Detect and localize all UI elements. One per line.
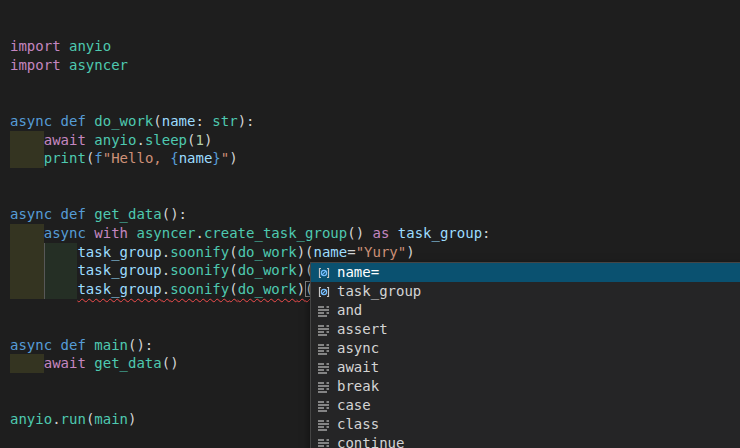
code-token: ( <box>229 281 237 297</box>
code-token: soonify <box>170 262 229 278</box>
indent-highlight <box>10 261 44 280</box>
code-token: name <box>162 113 196 129</box>
suggestion-continue[interactable]: continue <box>311 434 740 448</box>
line-content: async def do_work(name: str): <box>10 113 254 129</box>
code-line: import anyio <box>0 37 740 56</box>
suggestion-label: task_group <box>337 282 421 301</box>
code-token: do_work <box>238 262 297 278</box>
code-token: ( <box>229 262 237 278</box>
error-squiggle-text: task_group.soonify(do_work)() <box>77 281 322 297</box>
line-content: await anyio.sleep(1) <box>44 132 213 148</box>
code-token: run <box>61 411 86 427</box>
indent-highlight <box>44 243 78 262</box>
code-token: . <box>162 262 170 278</box>
suggestion-assert[interactable]: assert <box>311 320 740 339</box>
code-token: get_data <box>94 355 161 371</box>
symbol-keyword-icon <box>316 341 332 357</box>
indent-highlight <box>10 224 44 243</box>
code-line: async with asyncer.create_task_group() a… <box>0 224 740 243</box>
code-token: ) <box>297 281 305 297</box>
code-token: . <box>136 132 144 148</box>
code-token: . <box>162 244 170 260</box>
code-token: task_group <box>398 225 482 241</box>
code-token: " <box>221 150 229 166</box>
symbol-keyword-icon <box>316 322 332 338</box>
code-line: print(f"Hello, {name}") <box>0 149 740 168</box>
code-token: soonify <box>170 281 229 297</box>
code-token: import <box>10 57 69 73</box>
suggestion-case[interactable]: case <box>311 396 740 415</box>
indent-highlight <box>10 149 44 168</box>
code-token: (): <box>128 337 153 353</box>
symbol-keyword-icon <box>316 379 332 395</box>
code-token: ( <box>229 244 237 260</box>
code-token: create_task_group <box>204 225 347 241</box>
code-token: await <box>44 355 95 371</box>
code-token: { <box>170 150 178 166</box>
code-token: . <box>162 281 170 297</box>
code-token: sleep <box>145 132 187 148</box>
line-content: async with asyncer.create_task_group() a… <box>44 225 491 241</box>
code-token: main <box>94 337 128 353</box>
indent-highlight <box>10 243 44 262</box>
code-token: task_group <box>77 244 161 260</box>
line-content: task_group.soonify(do_work)(name="Yury") <box>77 244 414 260</box>
code-token: anyio <box>10 411 52 427</box>
suggestion-task_group[interactable]: task_group <box>311 282 740 301</box>
code-token: await <box>44 132 95 148</box>
suggestion-name[interactable]: name= <box>311 263 740 282</box>
line-content: print(f"Hello, {name}") <box>44 150 238 166</box>
code-token: ) <box>204 132 212 148</box>
autocomplete-popup[interactable]: name= task_group and assert <box>310 262 740 448</box>
code-token: do_work <box>238 244 297 260</box>
code-token: 1 <box>195 132 203 148</box>
code-token: } <box>212 150 220 166</box>
line-content: import asyncer <box>10 57 128 73</box>
code-token: () <box>347 225 372 241</box>
code-token: . <box>52 411 60 427</box>
code-token: f <box>94 150 102 166</box>
code-token: = <box>347 244 355 260</box>
code-token: task_group <box>77 281 161 297</box>
symbol-keyword-icon <box>316 436 332 448</box>
symbol-keyword-icon <box>316 398 332 414</box>
code-token: "Yury" <box>356 244 407 260</box>
symbol-keyword-icon <box>316 303 332 319</box>
indent-highlight <box>44 261 78 280</box>
code-token: : <box>195 113 212 129</box>
code-token: : <box>482 225 490 241</box>
code-line: import asyncer <box>0 56 740 75</box>
code-token: ) <box>229 150 237 166</box>
code-line <box>0 75 740 94</box>
code-token: task_group <box>77 262 161 278</box>
symbol-keyword-icon <box>316 360 332 376</box>
code-token: anyio <box>94 132 136 148</box>
suggestion-label: async <box>337 339 379 358</box>
symbol-variable-icon <box>316 284 332 300</box>
code-token: ( <box>153 113 161 129</box>
code-token: as <box>373 225 398 241</box>
code-token: async def <box>10 206 94 222</box>
code-line <box>0 187 740 206</box>
code-token: main <box>94 411 128 427</box>
suggestion-class[interactable]: class <box>311 415 740 434</box>
code-token: name <box>179 150 213 166</box>
suggestion-break[interactable]: break <box>311 377 740 396</box>
code-token: () <box>162 355 179 371</box>
line-content: async def main(): <box>10 337 153 353</box>
code-line: await anyio.sleep(1) <box>0 131 740 150</box>
indent-highlight <box>44 280 78 299</box>
code-line: async def get_data(): <box>0 205 740 224</box>
suggestion-async[interactable]: async <box>311 339 740 358</box>
code-line: task_group.soonify(do_work)(name="Yury") <box>0 243 740 262</box>
code-token: import <box>10 38 69 54</box>
code-token: async def <box>10 113 94 129</box>
line-content: import anyio <box>10 38 111 54</box>
code-token: asyncer <box>136 225 195 241</box>
suggestion-label: break <box>337 377 379 396</box>
code-token: do_work <box>94 113 153 129</box>
code-token: ): <box>238 113 255 129</box>
code-token: soonify <box>170 244 229 260</box>
suggestion-and[interactable]: and <box>311 301 740 320</box>
suggestion-await[interactable]: await <box>311 358 740 377</box>
